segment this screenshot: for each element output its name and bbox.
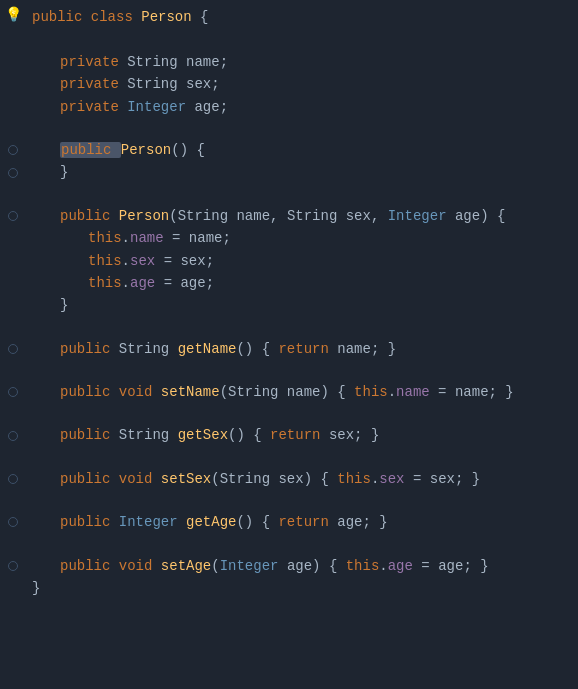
token: ( [220,384,228,400]
token: ; [220,54,228,70]
token: this [88,230,122,246]
token: ; } [455,471,480,487]
token: . [388,384,396,400]
lightbulb-icon[interactable]: 💡 [5,4,22,26]
token: sex [130,253,155,269]
code-line: public void setName(String name) { this.… [0,381,578,403]
token: Integer [119,514,186,530]
token: name [236,208,270,224]
line-code: this.sex = sex; [26,250,578,272]
gutter-dot[interactable] [8,517,18,527]
line-code: } [26,577,578,599]
token: setName [161,384,220,400]
line-gutter [0,344,26,354]
code-line: private String sex; [0,73,578,95]
token: . [122,253,130,269]
gutter-dot[interactable] [8,344,18,354]
gutter-dot[interactable] [8,387,18,397]
token: this [346,558,380,574]
token: String [127,76,186,92]
token: this [337,471,371,487]
token: ( [211,558,219,574]
token: ; [211,76,219,92]
token: ) { [480,208,505,224]
token: public [60,471,119,487]
line-gutter [0,145,26,155]
token: age [287,558,312,574]
line-code: private String sex; [26,73,578,95]
code-line: public void setAge(Integer age) { this.a… [0,555,578,577]
token: void [119,471,161,487]
token: public [32,9,91,25]
token: , [371,208,388,224]
token: public [60,558,119,574]
gutter-dot[interactable] [8,145,18,155]
code-line: this.age = age; [0,272,578,294]
token: return [278,341,337,357]
line-code: public void setSex(String sex) { this.se… [26,468,578,490]
line-code: public String getName() { return name; } [26,338,578,360]
token: name [337,341,371,357]
line-gutter [0,474,26,484]
line-code: this.name = name; [26,227,578,249]
code-line [0,118,578,139]
token: name [287,384,321,400]
token: Integer [127,99,194,115]
token: Person [121,142,171,158]
token: { [192,9,209,25]
token: public [60,427,119,443]
token: age [438,558,463,574]
code-line [0,447,578,468]
token: String [178,208,237,224]
code-line: } [0,577,578,599]
code-line: private Integer age; [0,96,578,118]
token: ; } [489,384,514,400]
code-line [0,534,578,555]
gutter-dot[interactable] [8,561,18,571]
code-line: public Person() { [0,139,578,161]
token: ; } [463,558,488,574]
code-lines: public class Person {private String name… [0,0,578,599]
token: sex [430,471,455,487]
line-code: public Integer getAge() { return age; } [26,511,578,533]
token: . [122,275,130,291]
token: = [155,275,180,291]
token: public [60,341,119,357]
gutter-dot[interactable] [8,168,18,178]
gutter-dot[interactable] [8,431,18,441]
token: Integer [388,208,455,224]
token: name [186,54,220,70]
token: ; [222,230,230,246]
token: private [60,99,127,115]
token: getSex [178,427,228,443]
line-code: public String getSex() { return sex; } [26,424,578,446]
token: String [220,471,279,487]
token: private [60,76,127,92]
token: String [287,208,346,224]
line-code: private Integer age; [26,96,578,118]
token: = [164,230,189,246]
line-gutter [0,211,26,221]
token: void [119,558,161,574]
line-gutter [0,168,26,178]
gutter-dot[interactable] [8,474,18,484]
token: name [189,230,223,246]
code-line [0,28,578,50]
code-line: public Integer getAge() { return age; } [0,511,578,533]
code-line: public Person(String name, String sex, I… [0,205,578,227]
line-code: public Person() { [26,139,578,161]
token: String [127,54,186,70]
token: sex [329,427,354,443]
token: setSex [161,471,211,487]
gutter-dot[interactable] [8,211,18,221]
token: setAge [161,558,211,574]
code-line: this.name = name; [0,227,578,249]
token: ; } [371,341,396,357]
token: = [430,384,455,400]
token: String [228,384,287,400]
token: age [194,99,219,115]
code-line: public String getName() { return name; } [0,338,578,360]
token: this [354,384,388,400]
token: ) { [312,558,346,574]
code-line [0,360,578,381]
